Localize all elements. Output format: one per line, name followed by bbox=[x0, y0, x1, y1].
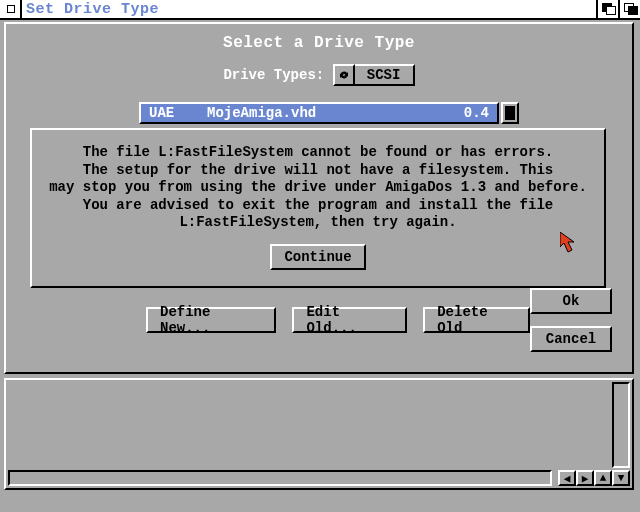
error-dialog: The file L:FastFileSystem cannot be foun… bbox=[30, 128, 606, 288]
delete-old-button[interactable]: Delete Old bbox=[423, 307, 530, 333]
cycle-icon bbox=[333, 64, 355, 86]
scroll-left-icon[interactable]: ◀ bbox=[558, 470, 576, 486]
vertical-scrollbar[interactable] bbox=[612, 382, 630, 468]
scroll-arrows: ◀ ▶ ▲ ▼ bbox=[558, 470, 630, 486]
panel-heading: Select a Drive Type bbox=[6, 34, 632, 52]
cancel-button[interactable]: Cancel bbox=[530, 326, 612, 352]
list-col2: MojeAmiga.vhd bbox=[207, 105, 421, 121]
close-gadget[interactable] bbox=[0, 0, 22, 18]
titlebar: Set Drive Type bbox=[0, 0, 640, 20]
depth-gadgets bbox=[596, 0, 640, 18]
drive-types-cycle[interactable]: SCSI bbox=[333, 64, 415, 86]
drive-list: UAE MojeAmiga.vhd 0.4 bbox=[139, 102, 499, 124]
lower-panel: ◀ ▶ ▲ ▼ bbox=[4, 378, 634, 490]
drive-types-label: Drive Types: bbox=[223, 67, 324, 83]
define-new-button[interactable]: Define New... bbox=[146, 307, 276, 333]
scroll-right-icon[interactable]: ▶ bbox=[576, 470, 594, 486]
edit-old-button[interactable]: Edit Old... bbox=[292, 307, 407, 333]
drive-types-value: SCSI bbox=[355, 64, 415, 86]
list-col1: UAE bbox=[149, 105, 189, 121]
list-scrollbar[interactable] bbox=[501, 102, 519, 124]
list-item[interactable]: UAE MojeAmiga.vhd 0.4 bbox=[139, 102, 499, 124]
scroll-down-icon[interactable]: ▼ bbox=[612, 470, 630, 486]
scroll-up-icon[interactable]: ▲ bbox=[594, 470, 612, 486]
depth-front-icon[interactable] bbox=[596, 0, 618, 18]
ok-button[interactable]: Ok bbox=[530, 288, 612, 314]
continue-button[interactable]: Continue bbox=[270, 244, 366, 270]
horizontal-scrollbar[interactable] bbox=[8, 470, 552, 486]
depth-back-icon[interactable] bbox=[618, 0, 640, 18]
list-col3: 0.4 bbox=[439, 105, 489, 121]
drive-types-row: Drive Types: SCSI bbox=[6, 64, 632, 86]
dialog-message: The file L:FastFileSystem cannot be foun… bbox=[46, 144, 590, 232]
button-row: Define New... Edit Old... Delete Old Ok … bbox=[6, 288, 632, 352]
window-title: Set Drive Type bbox=[22, 1, 596, 18]
